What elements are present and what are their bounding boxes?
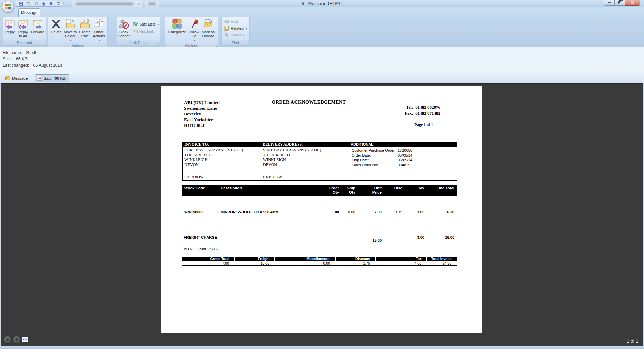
other-actions-button[interactable]: Other Actions bbox=[92, 18, 106, 43]
dropdown-caret-icon bbox=[157, 22, 159, 26]
po-number: PO NO: AS8817/5035 bbox=[184, 247, 219, 251]
nav-up-icon bbox=[5, 337, 10, 342]
minimize-button[interactable] bbox=[604, 0, 614, 6]
ribbon-group-respond: Reply Reply to All Forward Respond bbox=[3, 17, 46, 46]
title-bar: S - Message (HTML) bbox=[0, 0, 644, 7]
reply-icon bbox=[5, 18, 15, 29]
move-to-folder-icon bbox=[65, 18, 76, 29]
restore-button[interactable] bbox=[614, 0, 625, 6]
freight-line-total: 18.00 bbox=[425, 235, 457, 240]
freight-tax: 3.00 bbox=[403, 235, 425, 240]
not-junk-button[interactable]: Not Junk bbox=[131, 28, 160, 35]
message-tab-icon bbox=[5, 76, 10, 80]
item-line-total: 6.30 bbox=[425, 210, 457, 214]
safe-lists-icon bbox=[132, 21, 138, 27]
fit-width-icon bbox=[23, 338, 28, 341]
freight-description: FREIGHT CHARGE bbox=[182, 235, 296, 240]
ribbon: Message Reply Reply to All Forward bbox=[0, 7, 644, 47]
close-button[interactable] bbox=[625, 0, 640, 6]
file-name-row: File name:S.pdf bbox=[3, 50, 641, 56]
gross-total-value: 7.00 bbox=[182, 261, 234, 266]
attachment-tab-bar: Message S.pdf (66 KB) bbox=[0, 73, 644, 83]
item-ship-qty: 0.00 bbox=[340, 210, 356, 214]
outlook-message-window: S - Message (HTML) Message Reply bbox=[0, 0, 644, 349]
window-title: S - Message (HTML) bbox=[0, 1, 644, 6]
window-frame-bottom bbox=[0, 346, 644, 349]
next-page-button[interactable] bbox=[13, 336, 21, 344]
total-invoice-value: 24.30 bbox=[426, 261, 457, 266]
ribbon-group-label-respond: Respond bbox=[3, 40, 46, 45]
move-to-folder-button[interactable]: Move to Folder bbox=[63, 18, 78, 43]
categorize-icon bbox=[172, 18, 182, 29]
ribbon-group-label-junk: Junk E-mail bbox=[117, 40, 160, 45]
item-description: MIRROR: 2-HOLE 300 X 550 4MM bbox=[219, 210, 296, 214]
select-icon bbox=[224, 32, 229, 38]
page-count: Page 1 of 1 bbox=[414, 122, 433, 128]
office-logo-icon bbox=[5, 4, 11, 9]
delivery-address: SURF BAY CARAVANS (STATIC) THE AIRFIELD … bbox=[261, 147, 347, 180]
safe-lists-button[interactable]: Safe Lists bbox=[131, 21, 160, 28]
follow-up-button[interactable]: Follow Up bbox=[187, 18, 200, 43]
forward-button[interactable]: Forward bbox=[30, 18, 45, 34]
find-button[interactable]: Find bbox=[223, 18, 248, 25]
ribbon-groups: Reply Reply to All Forward Respond bbox=[3, 17, 250, 46]
categorize-button[interactable]: Categorize bbox=[167, 18, 187, 36]
previous-page-button[interactable] bbox=[4, 336, 12, 344]
totals-values: 7.00 15.00 0.00 1.75 4.05 24.30 bbox=[182, 261, 457, 266]
dropdown-caret-icon bbox=[69, 38, 71, 43]
mark-as-unread-button[interactable]: Mark as Unread bbox=[201, 18, 216, 38]
totals-header: Gross Total Freight Miscellaneous Discou… bbox=[182, 257, 457, 261]
dropdown-caret-icon bbox=[98, 38, 100, 43]
freight-unit-price: 15.00 bbox=[356, 238, 382, 243]
forward-icon bbox=[32, 18, 43, 29]
ribbon-group-label-find: Find bbox=[222, 40, 249, 45]
close-icon bbox=[631, 1, 634, 5]
tab-message[interactable]: Message bbox=[18, 8, 40, 17]
fit-width-button[interactable] bbox=[22, 337, 28, 342]
create-rule-button[interactable]: Create Rule bbox=[78, 18, 92, 38]
pdf-preview-area: ABI (UK) Limited Swinemoor Lane Beverley… bbox=[1, 83, 643, 346]
tab-pdf-attachment[interactable]: S.pdf (66 KB) bbox=[35, 74, 69, 82]
pdf-page: ABI (UK) Limited Swinemoor Lane Beverley… bbox=[161, 86, 482, 333]
dropdown-caret-icon bbox=[243, 33, 245, 37]
address-table: INVOICE TO: DELIVERY ADDRESS: ADDITIONAL… bbox=[182, 142, 457, 181]
related-icon bbox=[224, 26, 229, 31]
invoice-to-address: SURF BAY CARAVANS (STATIC) THE AIRFIELD … bbox=[183, 147, 261, 180]
attachment-file-info: File name:S.pdf Size:66 KB Last changed:… bbox=[0, 47, 644, 73]
create-rule-icon bbox=[79, 18, 90, 29]
item-row: 87WIN8002 MIRROR: 2-HOLE 300 X 550 4MM 1… bbox=[182, 210, 457, 214]
item-disc: 1.75 bbox=[382, 210, 403, 214]
delete-button[interactable]: Delete bbox=[50, 18, 62, 34]
pdf-icon bbox=[38, 76, 42, 81]
reply-button[interactable]: Reply bbox=[4, 18, 16, 34]
mark-as-unread-icon bbox=[203, 18, 214, 29]
item-unit-price: 7.00 bbox=[356, 210, 382, 214]
block-sender-button[interactable]: Block Sender bbox=[117, 18, 131, 38]
file-size-value: 66 KB bbox=[16, 57, 28, 61]
reply-to-all-button[interactable]: Reply to All bbox=[17, 18, 30, 38]
item-order-qty: 1.00 bbox=[296, 210, 340, 214]
freight-charge-row: FREIGHT CHARGE 15.00 3.00 18.00 bbox=[182, 235, 457, 240]
file-size-row: Size:66 KB bbox=[3, 56, 641, 62]
address-table-header: INVOICE TO: DELIVERY ADDRESS: ADDITIONAL… bbox=[183, 142, 457, 147]
item-tax: 1.05 bbox=[403, 210, 425, 214]
related-button[interactable]: Related bbox=[223, 25, 248, 32]
find-icon bbox=[224, 19, 229, 24]
item-stock-code: 87WIN8002 bbox=[182, 210, 219, 214]
nav-down-icon bbox=[14, 337, 19, 342]
totals-table: Gross Total Freight Miscellaneous Discou… bbox=[182, 257, 457, 267]
freight-total-value: 15.00 bbox=[234, 261, 274, 266]
office-orb[interactable] bbox=[2, 1, 14, 13]
dropdown-caret-icon bbox=[193, 38, 195, 43]
tax-value: 4.05 bbox=[375, 261, 426, 266]
select-button[interactable]: Select bbox=[223, 32, 248, 38]
file-name-value: S.pdf bbox=[26, 50, 36, 55]
reply-all-icon bbox=[18, 18, 29, 29]
follow-up-icon bbox=[189, 18, 199, 29]
document-title: ORDER ACKNOWLEDGEMENT bbox=[182, 100, 436, 105]
not-junk-icon bbox=[132, 29, 138, 34]
ribbon-group-actions: Delete Move to Folder Create Rule Other … bbox=[48, 17, 108, 46]
dialog-launcher-icon[interactable] bbox=[155, 41, 159, 45]
additional-details: Customer Purchase Order:1720050 Order Da… bbox=[347, 147, 457, 180]
tab-message-body[interactable]: Message bbox=[3, 74, 31, 82]
